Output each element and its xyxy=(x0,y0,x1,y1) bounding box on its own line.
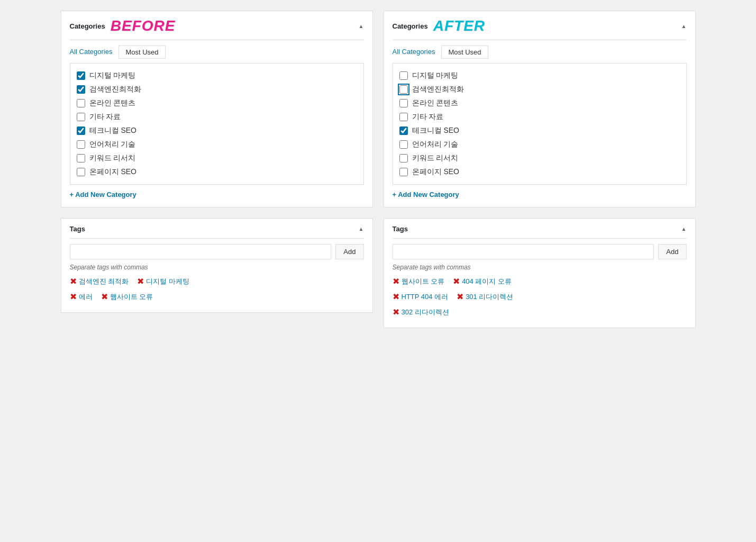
left-category-checkbox-7[interactable] xyxy=(77,168,85,176)
tag-chip-row: ✖302 리다이렉션 xyxy=(393,307,687,317)
tag-chip: ✖에러 xyxy=(70,292,93,302)
right-categories-collapse-arrow[interactable]: ▲ xyxy=(681,23,687,29)
left-category-label-6: 키워드 리서치 xyxy=(89,153,136,163)
right-category-label-1: 검색엔진최적화 xyxy=(412,85,464,94)
right-category-label-6: 키워드 리서치 xyxy=(412,153,459,163)
right-category-checkbox-1[interactable] xyxy=(399,85,408,94)
left-category-label-3: 기타 자료 xyxy=(89,112,121,122)
tag-label: 302 리다이렉션 xyxy=(402,308,449,317)
list-item: 테크니컬 SEO xyxy=(399,124,680,138)
tag-chip-row: ✖HTTP 404 에러✖301 리다이렉션 xyxy=(393,292,687,302)
right-category-checkbox-4[interactable] xyxy=(399,127,408,135)
list-item: 디지털 마케팅 xyxy=(77,69,357,83)
list-item: 테크니컬 SEO xyxy=(77,124,357,138)
right-categories-title: Categories xyxy=(393,22,428,30)
list-item: 온라인 콘텐츠 xyxy=(77,96,357,110)
left-categories-header: Categories BEFORE ▲ xyxy=(70,17,364,40)
tag-chip-row: ✖웹사이트 오류✖404 페이지 오류 xyxy=(393,276,687,286)
left-tags-hint: Separate tags with commas xyxy=(70,264,364,271)
left-categories-title-row: Categories BEFORE xyxy=(70,17,176,34)
right-categories-header: Categories AFTER ▲ xyxy=(393,17,687,40)
left-categories-title: Categories xyxy=(70,22,105,30)
right-tags-add-button[interactable]: Add xyxy=(658,244,686,259)
left-category-label-5: 언어처리 기술 xyxy=(89,140,136,149)
left-add-new-category[interactable]: + Add New Category xyxy=(70,191,136,198)
tag-remove-icon[interactable]: ✖ xyxy=(70,292,77,302)
tag-remove-icon[interactable]: ✖ xyxy=(393,292,399,302)
right-tags-hint: Separate tags with commas xyxy=(393,264,687,271)
after-label: AFTER xyxy=(433,17,485,34)
tag-label: 301 리다이렉션 xyxy=(466,292,513,302)
left-category-checkbox-4[interactable] xyxy=(77,127,85,135)
tag-label: 디지털 마케팅 xyxy=(146,277,189,286)
tag-chip-row: ✖검색엔진 최적화✖디지털 마케팅 xyxy=(70,276,364,286)
left-category-checkbox-1[interactable] xyxy=(77,85,85,94)
list-item: 기타 자료 xyxy=(399,110,680,124)
list-item: 기타 자료 xyxy=(77,110,357,124)
tag-remove-icon[interactable]: ✖ xyxy=(70,276,77,286)
left-tab-most-used[interactable]: Most Used xyxy=(119,46,165,59)
tag-remove-icon[interactable]: ✖ xyxy=(393,307,399,317)
right-tags-input-row: Add xyxy=(393,244,687,259)
list-item: 검색엔진최적화 xyxy=(77,83,357,96)
tag-remove-icon[interactable]: ✖ xyxy=(453,276,460,286)
right-tags-title: Tags xyxy=(393,225,408,233)
right-categories-panel: Categories AFTER ▲ All Categories Most U… xyxy=(384,11,696,207)
left-categories-tabs: All Categories Most Used xyxy=(70,46,364,59)
list-item: 온라인 콘텐츠 xyxy=(399,96,680,110)
tag-label: 에러 xyxy=(79,292,93,302)
left-tab-all-categories[interactable]: All Categories xyxy=(70,46,119,59)
left-tags-collapse-arrow[interactable]: ▲ xyxy=(359,226,364,232)
left-tags-add-button[interactable]: Add xyxy=(335,244,363,259)
left-categories-collapse-arrow[interactable]: ▲ xyxy=(359,23,364,29)
tag-chip: ✖HTTP 404 에러 xyxy=(393,292,449,302)
tag-label: HTTP 404 에러 xyxy=(402,292,449,302)
right-tab-all-categories[interactable]: All Categories xyxy=(393,46,442,59)
right-category-checkbox-0[interactable] xyxy=(399,71,408,80)
tag-remove-icon[interactable]: ✖ xyxy=(393,276,399,286)
right-tags-input[interactable] xyxy=(393,244,654,259)
left-category-checkbox-5[interactable] xyxy=(77,140,85,149)
tag-remove-icon[interactable]: ✖ xyxy=(137,276,144,286)
list-item: 키워드 리서치 xyxy=(399,151,680,165)
right-category-label-4: 테크니컬 SEO xyxy=(412,126,459,136)
right-tag-chips: ✖웹사이트 오류✖404 페이지 오류✖HTTP 404 에러✖301 리다이렉… xyxy=(393,276,687,319)
tag-chip: ✖디지털 마케팅 xyxy=(137,276,189,286)
tag-chip: ✖검색엔진 최적화 xyxy=(70,276,129,286)
left-categories-panel: Categories BEFORE ▲ All Categories Most … xyxy=(61,11,373,207)
left-tags-title: Tags xyxy=(70,225,85,233)
left-tags-input[interactable] xyxy=(70,244,332,259)
right-category-label-5: 언어처리 기술 xyxy=(412,140,459,149)
left-category-checkbox-3[interactable] xyxy=(77,113,85,121)
list-item: 언어처리 기술 xyxy=(399,138,680,151)
tag-remove-icon[interactable]: ✖ xyxy=(101,292,108,302)
tag-chip: ✖웹사이트 오류 xyxy=(393,276,445,286)
right-categories-tabs: All Categories Most Used xyxy=(393,46,687,59)
left-tags-panel: Tags ▲ Add Separate tags with commas ✖검색… xyxy=(61,218,373,313)
left-category-label-4: 테크니컬 SEO xyxy=(89,126,136,136)
right-category-checkbox-2[interactable] xyxy=(399,99,408,107)
tag-label: 웹사이트 오류 xyxy=(402,277,445,286)
right-category-checkbox-5[interactable] xyxy=(399,140,408,149)
left-category-label-7: 온페이지 SEO xyxy=(89,167,136,177)
right-category-checkbox-3[interactable] xyxy=(399,113,408,121)
left-category-checkbox-6[interactable] xyxy=(77,154,85,162)
before-label: BEFORE xyxy=(111,17,176,34)
right-tags-collapse-arrow[interactable]: ▲ xyxy=(681,226,687,232)
right-category-checkbox-7[interactable] xyxy=(399,168,408,176)
list-item: 키워드 리서치 xyxy=(77,151,357,165)
right-categories-title-row: Categories AFTER xyxy=(393,17,486,34)
right-tab-most-used[interactable]: Most Used xyxy=(441,46,488,59)
right-category-list: 디지털 마케팅검색엔진최적화온라인 콘텐츠기타 자료테크니컬 SEO언어처리 기… xyxy=(393,63,687,185)
list-item: 언어처리 기술 xyxy=(77,138,357,151)
left-category-checkbox-0[interactable] xyxy=(77,71,85,80)
right-add-new-category[interactable]: + Add New Category xyxy=(393,191,459,198)
tag-remove-icon[interactable]: ✖ xyxy=(457,292,463,302)
tag-label: 404 페이지 오류 xyxy=(462,277,512,286)
right-category-checkbox-6[interactable] xyxy=(399,154,408,162)
list-item: 검색엔진최적화 xyxy=(399,83,680,96)
left-tag-chips: ✖검색엔진 최적화✖디지털 마케팅✖에러✖웹사이트 오류 xyxy=(70,276,364,304)
tag-label: 웹사이트 오류 xyxy=(110,292,153,302)
left-category-label-2: 온라인 콘텐츠 xyxy=(89,98,136,108)
left-category-checkbox-2[interactable] xyxy=(77,99,85,107)
